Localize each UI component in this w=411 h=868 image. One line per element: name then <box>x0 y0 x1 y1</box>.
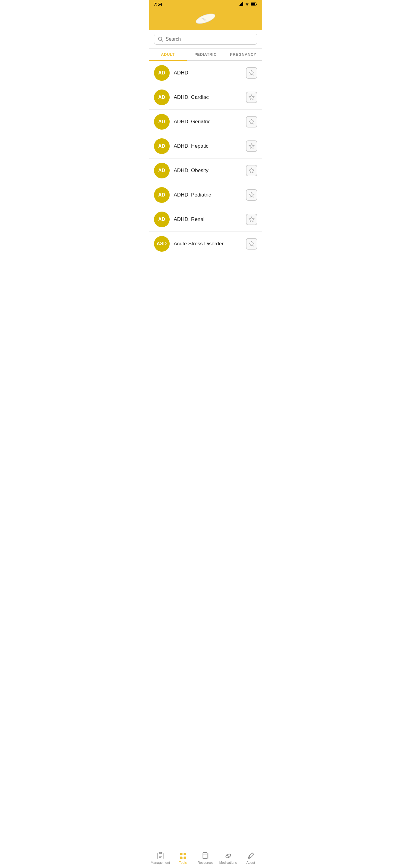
list-item[interactable]: AD ADHD, Obesity <box>149 158 262 183</box>
filter-tabs: ADULT PEDIATRIC PREGNANCY <box>149 49 262 61</box>
book-icon <box>201 852 210 860</box>
star-icon <box>249 192 255 198</box>
nav-tools-label: Tools <box>179 861 187 864</box>
avatar: AD <box>154 138 170 154</box>
list-item[interactable]: AD ADHD, Renal <box>149 207 262 232</box>
favorite-button[interactable] <box>246 189 257 201</box>
pencil-icon <box>247 852 255 860</box>
nav-about[interactable]: About <box>240 851 262 865</box>
avatar: AD <box>154 187 170 203</box>
tab-pediatric[interactable]: PEDIATRIC <box>187 49 224 60</box>
avatar: AD <box>154 212 170 227</box>
tab-pregnancy[interactable]: PREGNANCY <box>224 49 262 60</box>
list-item[interactable]: AD ADHD, Geriatric <box>149 110 262 134</box>
nav-resources[interactable]: Resources <box>194 851 217 865</box>
star-icon <box>249 241 255 247</box>
item-label: ADHD, Obesity <box>174 167 246 174</box>
list-container: AD ADHD AD ADHD, Cardiac AD ADHD, Geriat… <box>149 61 262 280</box>
svg-rect-14 <box>158 853 163 859</box>
item-label: ADHD, Pediatric <box>174 192 246 198</box>
item-label: Acute Stress Disorder <box>174 241 246 247</box>
favorite-button[interactable] <box>246 214 257 225</box>
nav-tools[interactable]: Tools <box>172 851 194 865</box>
grid-icon <box>179 852 187 860</box>
nav-management-label: Management <box>151 861 170 864</box>
svg-rect-1 <box>240 4 241 6</box>
status-icons <box>239 2 257 6</box>
svg-rect-25 <box>207 852 208 859</box>
item-label: ADHD, Hepatic <box>174 143 246 149</box>
star-icon <box>249 143 255 149</box>
status-bar: 7:54 <box>149 0 262 8</box>
search-wrapper[interactable] <box>154 34 257 44</box>
star-icon <box>249 119 255 125</box>
search-input[interactable] <box>166 36 253 42</box>
favorite-button[interactable] <box>246 92 257 103</box>
svg-rect-6 <box>251 3 255 5</box>
nav-resources-label: Resources <box>198 861 214 864</box>
pill-icon <box>224 852 232 860</box>
item-label: ADHD, Cardiac <box>174 94 246 100</box>
battery-icon <box>251 2 257 6</box>
tab-adult[interactable]: ADULT <box>149 49 187 61</box>
favorite-button[interactable] <box>246 67 257 79</box>
status-time: 7:54 <box>154 2 162 7</box>
svg-rect-21 <box>180 857 182 859</box>
clipboard-icon <box>156 852 164 860</box>
svg-rect-3 <box>242 2 243 6</box>
svg-rect-22 <box>184 857 186 859</box>
header-logo <box>149 8 262 30</box>
item-label: ADHD, Geriatric <box>174 119 246 125</box>
wifi-icon <box>245 2 250 6</box>
favorite-button[interactable] <box>246 238 257 250</box>
list-item[interactable]: AD ADHD, Pediatric <box>149 183 262 207</box>
list-item[interactable]: ASD Acute Stress Disorder <box>149 232 262 256</box>
list-item[interactable]: AD ADHD <box>149 61 262 85</box>
svg-rect-20 <box>184 853 186 855</box>
list-item[interactable]: AD ADHD, Hepatic <box>149 134 262 158</box>
item-label: ADHD, Renal <box>174 216 246 222</box>
star-icon <box>249 167 255 174</box>
star-icon <box>249 216 255 222</box>
nav-medications-label: Medications <box>219 861 237 864</box>
list-item[interactable]: AD ADHD, Cardiac <box>149 85 262 110</box>
item-label: ADHD <box>174 70 246 76</box>
search-container <box>149 30 262 49</box>
app-logo <box>193 13 218 24</box>
nav-about-label: About <box>247 861 255 864</box>
avatar: AD <box>154 163 170 179</box>
svg-line-27 <box>227 855 230 858</box>
svg-rect-23 <box>203 852 207 859</box>
favorite-button[interactable] <box>246 116 257 127</box>
svg-rect-0 <box>239 5 240 6</box>
svg-point-4 <box>247 5 247 6</box>
svg-line-13 <box>161 40 163 41</box>
nav-medications[interactable]: Medications <box>217 851 240 865</box>
favorite-button[interactable] <box>246 165 257 176</box>
favorite-button[interactable] <box>246 141 257 152</box>
avatar: AD <box>154 90 170 105</box>
search-icon <box>158 36 163 42</box>
star-icon <box>249 70 255 76</box>
svg-rect-19 <box>180 853 182 855</box>
avatar: AD <box>154 65 170 81</box>
star-icon <box>249 94 255 100</box>
avatar: ASD <box>154 236 170 252</box>
bottom-nav: Management Tools Resources Medications <box>149 849 262 868</box>
nav-management[interactable]: Management <box>149 851 172 865</box>
signal-icon <box>239 2 244 6</box>
svg-rect-2 <box>241 3 242 6</box>
avatar: AD <box>154 114 170 130</box>
svg-line-28 <box>249 856 250 858</box>
